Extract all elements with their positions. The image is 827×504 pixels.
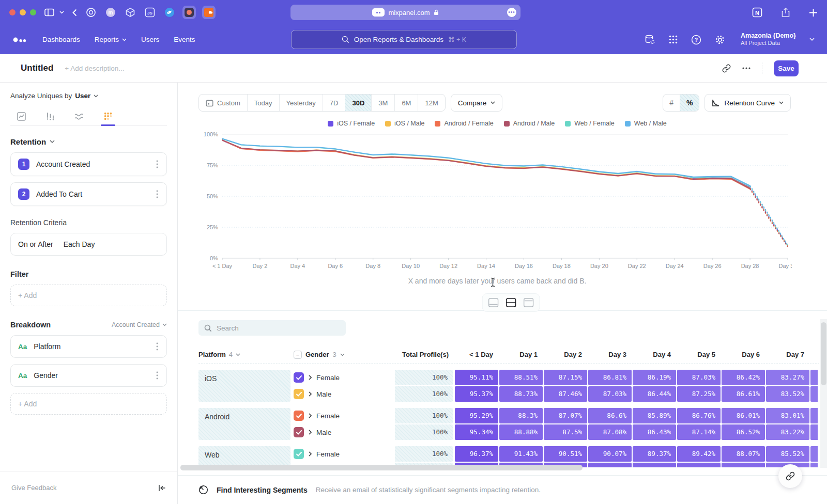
range-custom[interactable]: Custom (199, 94, 247, 111)
retention-cell-day-2[interactable]: 87.07% (544, 408, 587, 423)
retention-cell-day-2[interactable]: 87.5% (544, 424, 587, 440)
retention-cell-day-4[interactable]: 85.89% (633, 408, 676, 423)
sidebar-toggle-icon[interactable] (44, 8, 54, 17)
retention-step-a[interactable]: 1 Account Created (10, 152, 167, 176)
retention-cell-day-4[interactable]: 89.37% (633, 446, 676, 462)
retention-cell-day-7[interactable]: 85.52% (766, 446, 809, 462)
chevron-down-icon[interactable] (50, 140, 55, 144)
nav-link-users[interactable]: Users (141, 36, 159, 43)
legend-item-web-female[interactable]: Web / Female (565, 120, 615, 127)
retention-cell-day-3[interactable]: 86.6% (588, 408, 632, 423)
retention-cell-day-1[interactable]: 91.43% (499, 446, 543, 462)
retention-cell-day-2[interactable]: 87.46% (544, 386, 587, 402)
total-profiles-column-header[interactable]: Total Profile(s) (395, 351, 455, 358)
kebab-menu-icon[interactable] (154, 158, 160, 170)
chevron-down-icon[interactable] (59, 11, 64, 14)
retention-cell-day-0[interactable]: 96.37% (455, 446, 498, 462)
series-checkbox[interactable] (294, 427, 304, 437)
retention-cell-day-2[interactable]: 90.51% (544, 446, 587, 462)
nav-link-reports[interactable]: Reports (95, 36, 127, 43)
apps-grid-icon[interactable] (669, 35, 678, 44)
range-today[interactable]: Today (247, 94, 279, 111)
address-bar[interactable]: mixpanel.com ••• (290, 5, 520, 20)
retention-criteria-selector[interactable]: On or After Each Day (10, 233, 167, 256)
give-feedback-link[interactable]: Give Feedback (11, 484, 56, 492)
retention-cell-day-1[interactable]: 88.88% (499, 424, 543, 440)
retention-cell-day-2[interactable]: 87.15% (544, 370, 587, 385)
retention-cell-day-7[interactable]: 83.22% (766, 424, 809, 440)
platform-column-header[interactable]: Platform 4 (198, 351, 294, 358)
range-7d[interactable]: 7D (323, 94, 345, 111)
gender-cell[interactable]: Male (294, 386, 395, 402)
report-title[interactable]: Untitled (21, 63, 53, 73)
share-icon[interactable] (781, 7, 790, 18)
retention-cell-day-0[interactable]: 95.29% (455, 408, 498, 423)
platform-cell[interactable]: iOS (198, 370, 290, 402)
indeterminate-checkbox[interactable]: – (294, 351, 302, 359)
gender-cell[interactable]: Female (294, 408, 395, 423)
global-search[interactable]: Open Reports & Dashboards ⌘ + K (291, 30, 517, 49)
expand-row-icon[interactable] (309, 375, 312, 380)
table-only-layout-button[interactable] (521, 296, 537, 309)
retention-chart[interactable]: 0%25%50%75%100%< 1 DayDay 2Day 4Day 6Day… (198, 128, 827, 274)
m-app-icon[interactable]: m (104, 6, 117, 19)
retention-cell-day-5[interactable]: 87.25% (677, 386, 721, 402)
soundcloud-app-icon[interactable] (202, 6, 216, 19)
criteria-interval[interactable]: Each Day (64, 240, 95, 248)
retention-cell-day-3[interactable]: 86.81% (588, 370, 632, 385)
bird-app-icon[interactable] (163, 6, 176, 19)
chart-type-selector[interactable]: Retention Curve (705, 94, 791, 112)
retention-cell-day-7[interactable]: 83.52% (766, 386, 809, 402)
compare-button[interactable]: Compare (451, 94, 503, 112)
retention-cell-day-4[interactable]: 86.44% (633, 386, 676, 402)
range-6m[interactable]: 6M (394, 94, 418, 111)
series-checkbox[interactable] (294, 411, 304, 421)
retention-cell-day-6[interactable]: 86.52% (722, 424, 765, 440)
table-search[interactable] (198, 320, 346, 336)
range-3m[interactable]: 3M (371, 94, 394, 111)
retention-cell-day-5[interactable]: 87.03% (677, 370, 721, 385)
range-yesterday[interactable]: Yesterday (279, 94, 323, 111)
expand-row-icon[interactable] (309, 413, 312, 418)
tab-funnels[interactable] (39, 107, 61, 125)
series-checkbox[interactable] (294, 449, 304, 459)
share-link-fab[interactable] (778, 464, 802, 488)
range-12m[interactable]: 12M (418, 94, 445, 111)
vertical-scrollbar-thumb[interactable] (821, 322, 826, 385)
tab-retention[interactable] (97, 107, 119, 125)
more-options-icon[interactable] (742, 67, 751, 69)
retention-cell-day-0[interactable]: 95.11% (455, 370, 498, 385)
split-layout-button[interactable] (503, 296, 519, 309)
project-switcher[interactable]: Amazonia {Demo} All Project Data (741, 32, 796, 47)
breakdown-platform[interactable]: Aa Platform (10, 335, 167, 358)
tab-flows[interactable] (68, 107, 90, 125)
retention-cell-day-3[interactable]: 87.03% (588, 386, 632, 402)
notion-icon[interactable]: N (752, 7, 762, 18)
retention-cell-day-3[interactable]: 87.08% (588, 424, 632, 440)
close-window-button[interactable] (9, 9, 16, 15)
series-checkbox[interactable] (294, 389, 304, 399)
back-icon[interactable] (72, 9, 77, 17)
retention-cell-day-6[interactable]: 86.42% (722, 370, 765, 385)
series-checkbox[interactable] (294, 372, 304, 383)
day-column-header-day-2[interactable]: Day 2 (544, 351, 588, 358)
retention-cell-day-5[interactable]: 87.14% (677, 424, 721, 440)
cube-app-icon[interactable] (124, 6, 137, 19)
gender-cell[interactable]: Male (294, 424, 395, 440)
retention-cell-day-6[interactable]: 86.61% (722, 386, 765, 402)
chart-only-layout-button[interactable] (486, 296, 501, 309)
breakdown-gender[interactable]: Aa Gender (10, 364, 167, 387)
retention-cell-day-1[interactable]: 88.51% (499, 370, 543, 385)
analyze-value[interactable]: User (75, 92, 90, 100)
retention-cell-day-6[interactable]: 86.01% (722, 408, 765, 423)
retention-cell-day-6[interactable]: 88.07% (722, 446, 765, 462)
report-description-placeholder[interactable]: + Add description... (65, 65, 124, 72)
retention-cell-day-1[interactable]: 88.73% (499, 386, 543, 402)
copy-link-icon[interactable] (722, 64, 731, 73)
help-icon[interactable]: ? (691, 35, 701, 45)
kebab-menu-icon[interactable] (154, 188, 160, 200)
settings-gear-icon[interactable] (715, 35, 725, 45)
criteria-mode[interactable]: On or After (18, 240, 53, 248)
add-filter-button[interactable]: + Add (10, 285, 167, 306)
day-column-header-day-6[interactable]: Day 6 (722, 351, 766, 358)
